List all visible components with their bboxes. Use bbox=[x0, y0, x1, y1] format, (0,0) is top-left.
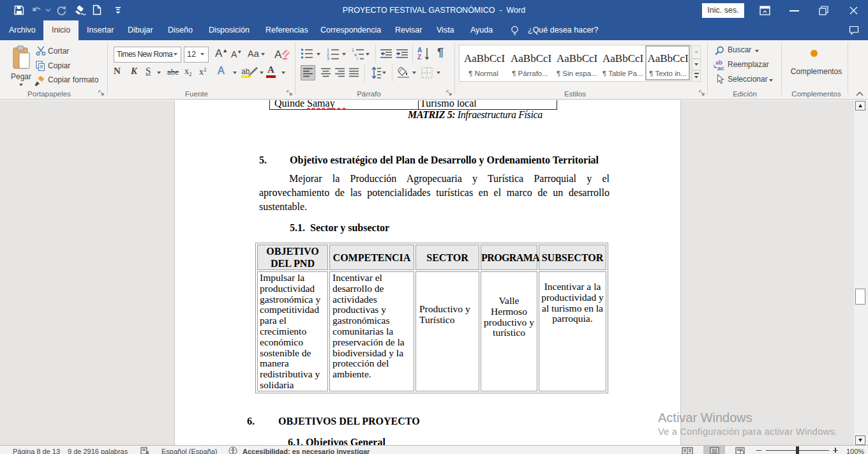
svg-text:A: A bbox=[274, 49, 282, 61]
svg-text:i: i bbox=[357, 56, 358, 60]
svg-text:1: 1 bbox=[327, 48, 329, 52]
svg-text:Z: Z bbox=[417, 54, 421, 61]
svg-text:ac: ac bbox=[717, 64, 724, 71]
svg-text:ab: ab bbox=[241, 67, 250, 76]
svg-text:A: A bbox=[417, 47, 422, 54]
svg-text:3: 3 bbox=[327, 56, 329, 60]
